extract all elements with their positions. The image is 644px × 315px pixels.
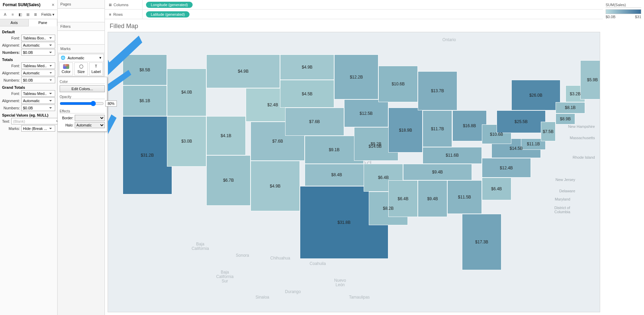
state-pennsylvania[interactable]: $25.5B — [497, 110, 546, 133]
tab-axis[interactable]: Axis — [0, 19, 29, 26]
state-massachusetts[interactable]: $8.1B — [556, 102, 585, 113]
svg-marker-5 — [108, 84, 112, 91]
ext-dc: District of Columbia — [554, 206, 570, 214]
edit-colors-button[interactable]: Edit Colors... — [60, 85, 105, 92]
state-idaho[interactable]: $4.0B — [167, 69, 206, 116]
mark-type-select[interactable]: Automatic — [68, 56, 97, 60]
border-select[interactable] — [75, 115, 105, 121]
state-maine[interactable]: $5.9B — [580, 60, 600, 99]
borders-icon[interactable]: ⊞ — [25, 12, 30, 17]
state-washington[interactable]: $8.5B — [123, 54, 167, 85]
state-indiana[interactable]: $11.7B — [423, 110, 452, 147]
rows-shelf-label: Rows — [113, 12, 123, 16]
label-numbers: Numbers: — [2, 106, 21, 110]
state-utah[interactable]: $4.1B — [206, 116, 246, 155]
default-alignment-select[interactable]: Automatic — [21, 42, 55, 48]
chevron-down-icon[interactable]: ▾ — [99, 56, 101, 60]
state-alabama[interactable]: $9.4B — [418, 180, 447, 217]
alignment-icon[interactable]: ≡ — [10, 12, 15, 17]
map-icon: 🌐 — [61, 56, 65, 60]
state-oklahoma[interactable]: $8.4B — [305, 164, 369, 186]
state-value-label: $25.5B — [514, 119, 527, 124]
opacity-slider[interactable] — [60, 101, 104, 106]
filters-card-body[interactable] — [58, 31, 105, 45]
pages-card-body[interactable] — [58, 9, 105, 22]
state-south-carolina[interactable]: $6.4B — [482, 178, 511, 200]
totals-alignment-select[interactable]: Automatic — [21, 70, 55, 76]
totals-font-select[interactable]: Tableau Med.. — [21, 62, 55, 69]
fields-dropdown[interactable]: Fields ▾ — [41, 12, 54, 17]
bg-label-nuevoleon: Nuevo León — [334, 278, 346, 287]
mark-size-button[interactable]: ◯Size — [74, 62, 88, 75]
special-text-input[interactable] — [11, 118, 57, 124]
totals-numbers-select[interactable]: $0.0B — [21, 77, 55, 83]
columns-pill[interactable]: Longitude (generated) — [146, 2, 193, 8]
color-panel: Color Edit Colors... Opacity Effects Bor… — [57, 77, 107, 132]
legend-gradient[interactable] — [606, 9, 641, 14]
state-new-mexico[interactable]: $4.9B — [251, 161, 300, 211]
state-kentucky[interactable]: $11.6B — [423, 147, 482, 164]
label-icon: T — [93, 64, 99, 69]
state-value-label: $6.4B — [398, 196, 408, 201]
svg-marker-6 — [108, 114, 117, 156]
label-numbers: Numbers: — [2, 50, 21, 54]
tab-pane[interactable]: Pane — [29, 19, 58, 26]
grand-alignment-select[interactable]: Automatic — [21, 97, 55, 104]
state-south-dakota[interactable]: $4.5B — [280, 80, 334, 108]
state-new-york[interactable]: $26.0B — [511, 80, 561, 111]
state-oregon[interactable]: $6.1B — [123, 85, 167, 116]
state-michigan[interactable]: $13.7B — [418, 71, 457, 110]
state-value-label: $16.8B — [463, 123, 476, 128]
state-georgia[interactable]: $11.5B — [447, 180, 482, 214]
special-marks-select[interactable]: Hide (Break ... — [21, 125, 55, 132]
map-canvas[interactable]: Ontario New Brunswick Baja California Ba… — [108, 32, 600, 312]
font-icon[interactable]: A — [3, 12, 8, 17]
label-text: Text: — [2, 119, 11, 123]
state-minnesota[interactable]: $12.2B — [334, 54, 378, 99]
state-value-label: $2.4B — [267, 102, 278, 107]
close-icon[interactable]: × — [52, 2, 54, 8]
state-illinois[interactable]: $18.9B — [388, 108, 423, 153]
state-nebraska[interactable]: $7.6B — [285, 108, 344, 136]
opacity-value-input[interactable] — [105, 100, 117, 107]
legend-min: $0.0B — [606, 15, 616, 19]
ext-nj: New Jersey — [556, 178, 575, 182]
state-value-label: $14.5B — [510, 146, 523, 151]
state-connecticut[interactable]: $8.9B — [556, 113, 575, 125]
default-font-select[interactable]: Tableau Boo.. — [21, 35, 55, 41]
halo-select[interactable]: Automatic — [75, 122, 105, 128]
state-value-label: $4.1B — [221, 133, 231, 138]
state-north-dakota[interactable]: $4.9B — [280, 54, 334, 80]
state-value-label: $8.4B — [331, 172, 342, 177]
rows-pill[interactable]: Latitude (generated) — [146, 11, 190, 17]
state-arizona[interactable]: $6.7B — [206, 155, 251, 206]
state-florida[interactable]: $17.3B — [462, 214, 501, 270]
lines-icon[interactable]: ≣ — [33, 12, 38, 17]
grand-numbers-select[interactable]: $0.0B — [21, 105, 55, 111]
state-tennessee[interactable]: $9.4B — [403, 164, 472, 181]
border-label: Border: — [60, 116, 73, 120]
viz-title[interactable]: Filled Map — [105, 19, 603, 32]
state-value-label: $6.4B — [378, 175, 389, 180]
section-totals: Totals — [2, 58, 55, 62]
ext-de: Delaware — [559, 189, 575, 193]
state-nevada[interactable]: $3.0B — [167, 116, 206, 167]
state-value-label: $12.5B — [360, 111, 373, 116]
shading-icon[interactable]: ◧ — [18, 12, 23, 17]
mark-label-button[interactable]: TLabel — [89, 62, 103, 75]
mark-color-button[interactable]: Color — [59, 62, 73, 75]
state-california[interactable]: $31.2B — [123, 116, 172, 194]
default-numbers-select[interactable]: $0.0B — [21, 49, 55, 56]
state-iowa[interactable]: $12.5B — [344, 99, 388, 128]
state-mississippi[interactable]: $6.4B — [388, 180, 418, 217]
bg-label-chihuahua: Chihuahua — [270, 256, 290, 261]
columns-shelf-label: Columns — [113, 3, 128, 7]
state-new-jersey[interactable]: $7.5B — [541, 122, 556, 141]
grand-font-select[interactable]: Tableau Med.. — [21, 90, 55, 97]
state-wisconsin[interactable]: $10.6B — [378, 66, 418, 102]
state-north-carolina[interactable]: $12.4B — [482, 158, 531, 178]
state-value-label: $11.5B — [458, 195, 471, 199]
label-alignment: Alignment: — [2, 43, 21, 47]
format-toolbar: A ≡ ◧ ⊞ ≣ Fields ▾ — [0, 10, 57, 19]
state-montana[interactable]: $4.9B — [206, 54, 280, 88]
